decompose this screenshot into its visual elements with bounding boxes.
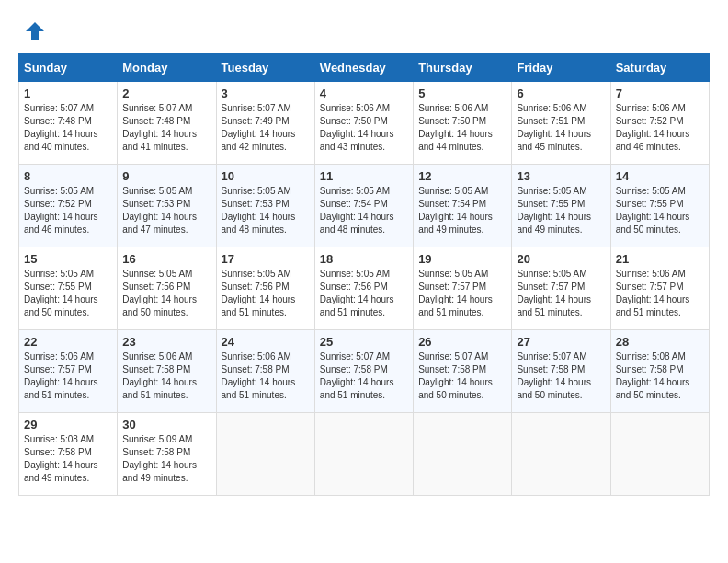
day-number: 21 bbox=[616, 252, 704, 266]
empty-cell bbox=[414, 413, 512, 496]
day-detail: Sunrise: 5:05 AM Sunset: 7:53 PM Dayligh… bbox=[222, 185, 310, 236]
day-detail: Sunrise: 5:07 AM Sunset: 7:58 PM Dayligh… bbox=[517, 350, 605, 402]
empty-cell bbox=[216, 413, 314, 496]
day-number: 1 bbox=[24, 86, 112, 100]
day-number: 23 bbox=[122, 335, 210, 349]
day-detail: Sunrise: 5:06 AM Sunset: 7:57 PM Dayligh… bbox=[24, 350, 112, 402]
day-number: 19 bbox=[418, 252, 506, 266]
day-number: 2 bbox=[122, 86, 210, 100]
day-cell-10: 10 Sunrise: 5:05 AM Sunset: 7:53 PM Dayl… bbox=[216, 165, 314, 247]
day-header-wednesday: Wednesday bbox=[314, 54, 413, 82]
day-detail: Sunrise: 5:06 AM Sunset: 7:52 PM Dayligh… bbox=[616, 102, 704, 154]
day-detail: Sunrise: 5:05 AM Sunset: 7:56 PM Dayligh… bbox=[222, 268, 310, 319]
day-number: 25 bbox=[320, 335, 408, 349]
day-cell-21: 21 Sunrise: 5:06 AM Sunset: 7:57 PM Dayl… bbox=[610, 247, 709, 330]
calendar-week-4: 22 Sunrise: 5:06 AM Sunset: 7:57 PM Dayl… bbox=[19, 330, 710, 413]
day-cell-12: 12 Sunrise: 5:05 AM Sunset: 7:54 PM Dayl… bbox=[414, 165, 512, 247]
day-detail: Sunrise: 5:05 AM Sunset: 7:57 PM Dayligh… bbox=[517, 268, 605, 319]
day-cell-4: 4 Sunrise: 5:06 AM Sunset: 7:50 PM Dayli… bbox=[314, 82, 413, 165]
day-header-friday: Friday bbox=[512, 54, 610, 82]
day-number: 29 bbox=[24, 418, 112, 431]
day-cell-26: 26 Sunrise: 5:07 AM Sunset: 7:58 PM Dayl… bbox=[414, 330, 512, 413]
day-number: 20 bbox=[517, 252, 605, 266]
day-detail: Sunrise: 5:07 AM Sunset: 7:58 PM Dayligh… bbox=[320, 350, 408, 402]
day-cell-23: 23 Sunrise: 5:06 AM Sunset: 7:58 PM Dayl… bbox=[118, 330, 216, 413]
day-detail: Sunrise: 5:07 AM Sunset: 7:48 PM Dayligh… bbox=[24, 102, 112, 154]
day-number: 14 bbox=[616, 169, 704, 183]
day-number: 13 bbox=[517, 169, 605, 183]
day-number: 11 bbox=[320, 169, 408, 183]
day-number: 16 bbox=[122, 252, 210, 266]
day-header-monday: Monday bbox=[118, 54, 216, 82]
day-detail: Sunrise: 5:06 AM Sunset: 7:57 PM Dayligh… bbox=[616, 268, 704, 319]
logo-text bbox=[18, 18, 48, 44]
day-cell-25: 25 Sunrise: 5:07 AM Sunset: 7:58 PM Dayl… bbox=[314, 330, 413, 413]
day-cell-15: 15 Sunrise: 5:05 AM Sunset: 7:55 PM Dayl… bbox=[19, 247, 118, 330]
calendar-week-5: 29 Sunrise: 5:08 AM Sunset: 7:58 PM Dayl… bbox=[19, 413, 710, 496]
day-cell-22: 22 Sunrise: 5:06 AM Sunset: 7:57 PM Dayl… bbox=[19, 330, 118, 413]
logo-icon bbox=[22, 18, 48, 44]
day-detail: Sunrise: 5:05 AM Sunset: 7:53 PM Dayligh… bbox=[122, 185, 210, 236]
day-detail: Sunrise: 5:05 AM Sunset: 7:52 PM Dayligh… bbox=[24, 185, 112, 236]
day-cell-30: 30 Sunrise: 5:09 AM Sunset: 7:58 PM Dayl… bbox=[118, 413, 216, 496]
day-number: 30 bbox=[122, 418, 210, 431]
day-cell-14: 14 Sunrise: 5:05 AM Sunset: 7:55 PM Dayl… bbox=[610, 165, 709, 247]
day-cell-29: 29 Sunrise: 5:08 AM Sunset: 7:58 PM Dayl… bbox=[19, 413, 118, 496]
day-cell-7: 7 Sunrise: 5:06 AM Sunset: 7:52 PM Dayli… bbox=[610, 82, 709, 165]
day-detail: Sunrise: 5:05 AM Sunset: 7:56 PM Dayligh… bbox=[122, 268, 210, 319]
day-cell-8: 8 Sunrise: 5:05 AM Sunset: 7:52 PM Dayli… bbox=[19, 165, 118, 247]
day-number: 3 bbox=[222, 86, 310, 100]
day-detail: Sunrise: 5:05 AM Sunset: 7:55 PM Dayligh… bbox=[24, 268, 112, 319]
day-detail: Sunrise: 5:07 AM Sunset: 7:58 PM Dayligh… bbox=[418, 350, 506, 402]
day-detail: Sunrise: 5:06 AM Sunset: 7:50 PM Dayligh… bbox=[320, 102, 408, 154]
day-header-sunday: Sunday bbox=[19, 54, 118, 82]
day-cell-3: 3 Sunrise: 5:07 AM Sunset: 7:49 PM Dayli… bbox=[216, 82, 314, 165]
empty-cell bbox=[512, 413, 610, 496]
day-detail: Sunrise: 5:06 AM Sunset: 7:51 PM Dayligh… bbox=[517, 102, 605, 154]
day-number: 28 bbox=[616, 335, 704, 349]
day-cell-1: 1 Sunrise: 5:07 AM Sunset: 7:48 PM Dayli… bbox=[19, 82, 118, 165]
calendar-table: SundayMondayTuesdayWednesdayThursdayFrid… bbox=[18, 53, 710, 496]
empty-cell bbox=[610, 413, 709, 496]
day-number: 22 bbox=[24, 335, 112, 349]
day-number: 17 bbox=[222, 252, 310, 266]
day-cell-20: 20 Sunrise: 5:05 AM Sunset: 7:57 PM Dayl… bbox=[512, 247, 610, 330]
day-number: 7 bbox=[616, 86, 704, 100]
day-number: 6 bbox=[517, 86, 605, 100]
day-cell-24: 24 Sunrise: 5:06 AM Sunset: 7:58 PM Dayl… bbox=[216, 330, 314, 413]
header-row: SundayMondayTuesdayWednesdayThursdayFrid… bbox=[19, 54, 710, 82]
day-cell-2: 2 Sunrise: 5:07 AM Sunset: 7:48 PM Dayli… bbox=[118, 82, 216, 165]
calendar-week-1: 1 Sunrise: 5:07 AM Sunset: 7:48 PM Dayli… bbox=[19, 82, 710, 165]
day-cell-13: 13 Sunrise: 5:05 AM Sunset: 7:55 PM Dayl… bbox=[512, 165, 610, 247]
day-header-thursday: Thursday bbox=[414, 54, 512, 82]
day-header-saturday: Saturday bbox=[610, 54, 709, 82]
day-detail: Sunrise: 5:07 AM Sunset: 7:48 PM Dayligh… bbox=[122, 102, 210, 154]
day-cell-6: 6 Sunrise: 5:06 AM Sunset: 7:51 PM Dayli… bbox=[512, 82, 610, 165]
day-number: 18 bbox=[320, 252, 408, 266]
day-number: 10 bbox=[222, 169, 310, 183]
day-cell-11: 11 Sunrise: 5:05 AM Sunset: 7:54 PM Dayl… bbox=[314, 165, 413, 247]
day-number: 9 bbox=[122, 169, 210, 183]
day-detail: Sunrise: 5:06 AM Sunset: 7:50 PM Dayligh… bbox=[418, 102, 506, 154]
day-cell-5: 5 Sunrise: 5:06 AM Sunset: 7:50 PM Dayli… bbox=[414, 82, 512, 165]
day-detail: Sunrise: 5:08 AM Sunset: 7:58 PM Dayligh… bbox=[616, 350, 704, 402]
day-number: 26 bbox=[418, 335, 506, 349]
day-number: 8 bbox=[24, 169, 112, 183]
day-detail: Sunrise: 5:05 AM Sunset: 7:57 PM Dayligh… bbox=[418, 268, 506, 319]
day-number: 15 bbox=[24, 252, 112, 266]
day-detail: Sunrise: 5:05 AM Sunset: 7:54 PM Dayligh… bbox=[418, 185, 506, 236]
day-detail: Sunrise: 5:07 AM Sunset: 7:49 PM Dayligh… bbox=[222, 102, 310, 154]
day-number: 4 bbox=[320, 86, 408, 100]
day-number: 24 bbox=[222, 335, 310, 349]
day-number: 5 bbox=[418, 86, 506, 100]
day-detail: Sunrise: 5:05 AM Sunset: 7:55 PM Dayligh… bbox=[517, 185, 605, 236]
day-detail: Sunrise: 5:06 AM Sunset: 7:58 PM Dayligh… bbox=[122, 350, 210, 402]
day-detail: Sunrise: 5:05 AM Sunset: 7:54 PM Dayligh… bbox=[320, 185, 408, 236]
day-detail: Sunrise: 5:05 AM Sunset: 7:55 PM Dayligh… bbox=[616, 185, 704, 236]
day-detail: Sunrise: 5:05 AM Sunset: 7:56 PM Dayligh… bbox=[320, 268, 408, 319]
calendar-week-2: 8 Sunrise: 5:05 AM Sunset: 7:52 PM Dayli… bbox=[19, 165, 710, 247]
day-number: 12 bbox=[418, 169, 506, 183]
day-detail: Sunrise: 5:06 AM Sunset: 7:58 PM Dayligh… bbox=[222, 350, 310, 402]
day-cell-27: 27 Sunrise: 5:07 AM Sunset: 7:58 PM Dayl… bbox=[512, 330, 610, 413]
day-detail: Sunrise: 5:08 AM Sunset: 7:58 PM Dayligh… bbox=[24, 433, 112, 485]
